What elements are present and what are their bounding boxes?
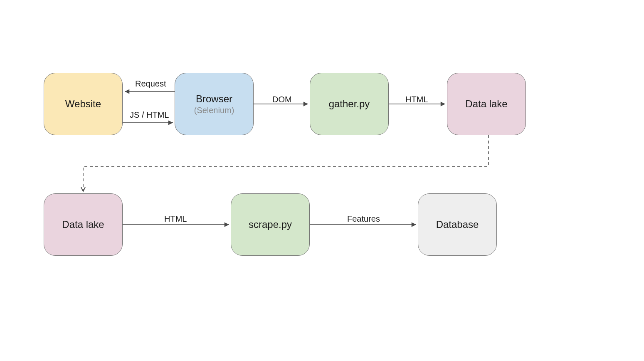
edge-label-dom: DOM [272,95,292,104]
edge-label-request: Request [135,79,166,89]
node-scrape-label: scrape.py [249,219,292,230]
node-scrape: scrape.py [231,193,310,256]
edge-dashed-flow [83,135,489,191]
node-datalake-bottom-label: Data lake [62,219,104,230]
node-browser-sublabel: (Selenium) [194,106,234,115]
node-browser-label: Browser [196,93,232,105]
node-database-label: Database [436,219,479,230]
node-website-label: Website [65,98,101,110]
node-datalake-bottom: Data lake [44,193,123,256]
node-gather-label: gather.py [329,98,370,110]
diagram-arrows [0,0,644,361]
node-gather: gather.py [310,73,389,135]
edge-label-html-bottom: HTML [164,214,187,224]
node-datalake-top: Data lake [447,73,526,135]
node-website: Website [44,73,123,135]
edge-label-features: Features [347,214,380,224]
node-datalake-top-label: Data lake [465,98,507,110]
edge-label-html-top: HTML [405,95,428,104]
edge-label-jshtml: JS / HTML [130,110,169,120]
node-browser: Browser (Selenium) [175,73,254,135]
node-database: Database [418,193,497,256]
